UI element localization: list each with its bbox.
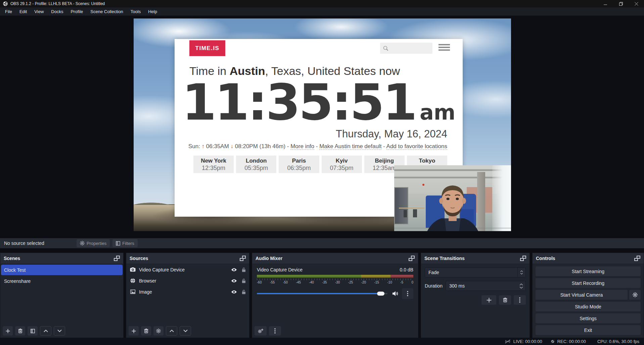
volume-meter (257, 275, 413, 278)
plus-icon (487, 298, 492, 303)
scene-filters-button[interactable] (28, 326, 38, 336)
source-row-video-capture[interactable]: Video Capture Device (126, 264, 249, 275)
menu-item-tools[interactable]: Tools (127, 8, 144, 15)
audio-mixer-panel: Audio Mixer Video Capture Device 0.0 dB … (252, 253, 418, 338)
scene-move-up-button[interactable] (40, 326, 51, 336)
add-favorite-link[interactable]: Add to favorite locations (386, 143, 447, 150)
chevron-down-icon (57, 330, 62, 332)
preview-area: TIME.IS Time in Austin, Texas, United St… (0, 16, 644, 235)
close-button[interactable] (629, 0, 644, 7)
chevron-up-icon (44, 330, 48, 332)
make-default-link[interactable]: Make Austin time default (319, 143, 381, 150)
remove-scene-button[interactable] (15, 326, 25, 336)
search-icon (383, 45, 389, 51)
advanced-audio-properties-button[interactable] (255, 326, 267, 336)
settings-button[interactable]: Settings (536, 313, 641, 323)
city-tile[interactable]: New York12:35pm (193, 156, 234, 173)
filters-button[interactable]: Filters (112, 239, 137, 247)
window-title: OBS 29.1.2 - Profile: LLHLS BETA - Scene… (10, 1, 105, 6)
time-ampm: am (420, 100, 455, 125)
exit-button[interactable]: Exit (536, 325, 641, 335)
globe-icon (130, 278, 136, 283)
transition-properties-button[interactable] (514, 295, 526, 305)
mixer-menu-button[interactable] (269, 326, 281, 336)
scene-item-clock-test[interactable]: Clock Test (1, 265, 123, 275)
rec-time: REC: 00:00:00 (557, 339, 586, 344)
start-streaming-button[interactable]: Start Streaming (536, 266, 641, 276)
menu-item-docks[interactable]: Docks (47, 8, 67, 15)
webcam-video-source[interactable] (394, 165, 511, 231)
scene-transitions-title: Scene Transitions (424, 256, 465, 261)
chevron-down-icon (183, 330, 188, 332)
menu-item-scene-collection[interactable]: Scene Collection (87, 8, 127, 15)
popout-icon[interactable] (409, 256, 415, 261)
remove-transition-button[interactable] (499, 295, 511, 305)
scene-item-screenshare[interactable]: Screenshare (1, 276, 123, 286)
search-input[interactable] (389, 46, 426, 51)
more-info-link[interactable]: More info (290, 143, 314, 150)
menu-item-profile[interactable]: Profile (67, 8, 87, 15)
city-tile[interactable]: Paris06:35pm (279, 156, 319, 173)
trash-icon (503, 298, 507, 302)
gear-icon (156, 329, 161, 333)
duration-spinbox[interactable]: 300 ms (446, 281, 526, 291)
source-move-up-button[interactable] (166, 326, 177, 336)
menu-item-view[interactable]: View (31, 8, 47, 15)
image-icon (130, 290, 136, 294)
volume-slider-handle[interactable] (377, 292, 384, 296)
start-recording-button[interactable]: Start Recording (536, 278, 641, 288)
mixer-channel-menu-button[interactable] (402, 288, 413, 299)
lock-icon[interactable] (242, 290, 246, 294)
visibility-eye-icon[interactable] (231, 290, 237, 294)
popout-icon[interactable] (634, 256, 640, 261)
maximize-button[interactable] (613, 0, 629, 7)
sun-info-line: Sun: ↑ 06:35AM ↓ 08:20PM (13h 46m) - Mor… (175, 143, 463, 150)
start-virtual-camera-button[interactable]: Start Virtual Camera (536, 290, 628, 300)
spin-carets-icon[interactable] (518, 284, 525, 289)
add-source-button[interactable] (129, 326, 139, 336)
double-gear-icon (258, 329, 264, 334)
transition-select[interactable]: Fade (425, 267, 526, 277)
lock-icon[interactable] (242, 267, 246, 272)
city-tile[interactable]: Kyiv07:35pm (322, 156, 362, 173)
popout-icon[interactable] (114, 256, 120, 261)
add-scene-button[interactable] (3, 326, 13, 336)
scene-move-down-button[interactable] (54, 326, 65, 336)
remove-source-button[interactable] (141, 326, 151, 336)
gear-icon (80, 241, 85, 246)
timeis-logo: TIME.IS (189, 40, 225, 56)
source-move-down-button[interactable] (180, 326, 191, 336)
volume-slider[interactable] (257, 293, 387, 294)
source-row-image[interactable]: Image (126, 286, 249, 297)
virtual-camera-config-button[interactable] (629, 290, 641, 300)
source-properties-button[interactable] (153, 326, 164, 336)
sources-title: Sources (130, 256, 148, 261)
visibility-eye-icon[interactable] (231, 279, 237, 283)
popout-icon[interactable] (240, 256, 246, 261)
program-canvas[interactable]: TIME.IS Time in Austin, Texas, United St… (134, 18, 511, 231)
popout-icon[interactable] (520, 256, 526, 261)
studio-mode-button[interactable]: Studio Mode (536, 302, 641, 311)
live-inactive-icon (504, 339, 511, 344)
trash-icon (144, 329, 148, 333)
menu-item-help[interactable]: Help (144, 8, 161, 15)
filters-icon (116, 241, 120, 246)
menu-item-edit[interactable]: Edit (16, 8, 31, 15)
lock-icon[interactable] (242, 278, 246, 283)
chevron-up-icon (170, 330, 174, 332)
status-bar: LIVE: 00:00:00 REC: 00:00:00 CPU: 0.6%, … (0, 338, 644, 345)
rec-inactive-icon (550, 339, 555, 344)
hamburger-menu-icon[interactable] (439, 44, 450, 52)
speaker-icon[interactable] (392, 291, 399, 296)
source-row-browser[interactable]: Browser (126, 275, 249, 286)
city-tile[interactable]: London05:35pm (236, 156, 276, 173)
properties-button[interactable]: Properties (77, 239, 110, 247)
visibility-eye-icon[interactable] (231, 268, 237, 272)
add-transition-button[interactable] (481, 295, 496, 305)
timeis-search-box[interactable] (380, 43, 432, 54)
meter-ruler (257, 278, 413, 280)
minimize-button[interactable] (598, 0, 613, 7)
menu-item-file[interactable]: File (1, 8, 16, 15)
mixer-channel-name: Video Capture Device (257, 267, 303, 272)
controls-title: Controls (536, 256, 555, 261)
